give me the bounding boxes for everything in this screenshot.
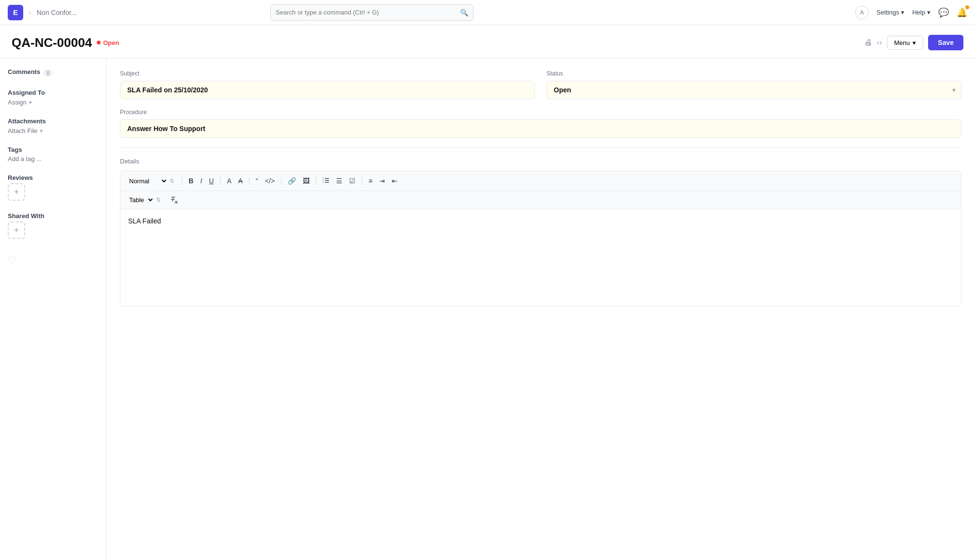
svg-text:3.: 3. (323, 181, 324, 183)
tags-label: Tags (8, 146, 98, 153)
reviews-label: Reviews (8, 174, 98, 181)
main-layout: Comments 0 Assigned To Assign + Attachme… (0, 59, 975, 560)
table-select-group: Table ⇅ (125, 195, 161, 205)
breadcrumb-chevron: › (29, 9, 31, 16)
status-field-group: Status Open Closed In Progress Resolved … (547, 70, 961, 99)
indent-button[interactable]: ⇥ (377, 176, 387, 186)
subject-input[interactable] (120, 81, 535, 99)
open-status-badge: Open (97, 39, 119, 46)
sidebar-comments-section: Comments 0 (8, 68, 98, 77)
table-arrows-icon: ⇅ (156, 197, 161, 203)
page-title-group: QA-NC-00004 Open (12, 35, 119, 50)
search-box[interactable]: 🔍 (270, 4, 473, 21)
main-content: Subject Status Open Closed In Progress R… (106, 59, 975, 560)
help-menu[interactable]: Help ▾ (912, 9, 931, 16)
toolbar-separator-2 (220, 177, 221, 185)
settings-menu[interactable]: Settings ▾ (876, 9, 904, 16)
underline-button[interactable]: U (207, 176, 216, 186)
blockquote-button[interactable]: " (253, 176, 261, 186)
search-icon: 🔍 (460, 9, 468, 16)
checklist-button[interactable]: ☑ (347, 176, 358, 186)
attach-plus-icon: + (39, 127, 43, 134)
procedure-row: Procedure (120, 109, 961, 138)
toolbar-separator-3 (249, 177, 250, 185)
subject-field-group: Subject (120, 70, 535, 99)
page-header: QA-NC-00004 Open 🖨 ‹ › Menu ▾ Save (0, 25, 975, 59)
add-shared-button[interactable]: + (8, 221, 25, 239)
table-style-select[interactable]: Table (125, 195, 154, 205)
procedure-field-group: Procedure (120, 109, 961, 138)
toolbar-separator-1 (182, 177, 182, 185)
breadcrumb: Non Confor... (37, 9, 77, 16)
subject-label: Subject (120, 70, 535, 77)
assign-plus-icon: + (29, 99, 32, 106)
paragraph-select-group: Normal Heading 1 Heading 2 ⇅ (125, 176, 174, 186)
comments-label: Comments (8, 68, 40, 75)
sidebar: Comments 0 Assigned To Assign + Attachme… (0, 59, 106, 560)
code-button[interactable]: </> (263, 176, 277, 186)
paragraph-style-select[interactable]: Normal Heading 1 Heading 2 (125, 176, 168, 186)
print-button[interactable]: 🖨 (864, 38, 872, 47)
sidebar-reviews-section: Reviews + (8, 174, 98, 201)
outdent-button[interactable]: ⇤ (389, 176, 400, 186)
comments-count: 0 (43, 69, 53, 77)
assign-link[interactable]: Assign + (8, 99, 32, 106)
status-select[interactable]: Open Closed In Progress Resolved (547, 81, 961, 99)
text-highlight-button[interactable]: A (236, 176, 245, 186)
italic-button[interactable]: I (198, 176, 205, 186)
page-title: QA-NC-00004 (12, 35, 92, 50)
save-button[interactable]: Save (928, 35, 963, 50)
sidebar-assigned-section: Assigned To Assign + (8, 89, 98, 106)
help-chevron-icon: ▾ (927, 9, 931, 16)
toolbar-separator-5 (316, 177, 316, 185)
menu-chevron-icon: ▾ (913, 39, 916, 46)
attach-file-link[interactable]: Attach File + (8, 127, 43, 134)
status-dot (97, 41, 101, 44)
bold-button[interactable]: B (186, 176, 196, 186)
editor-toolbar-row2: Table ⇅ Tx (120, 191, 961, 209)
paragraph-arrows-icon: ⇅ (170, 178, 174, 184)
nav-right-actions: A Settings ▾ Help ▾ 💬 🔔 (855, 6, 967, 19)
toolbar-separator-6 (362, 177, 362, 185)
sidebar-tags-section: Tags Add a tag ... (8, 146, 98, 162)
editor-toolbar-row1: Normal Heading 1 Heading 2 ⇅ B I U A A " (120, 171, 961, 191)
ordered-list-button[interactable]: 1.2.3. (320, 175, 332, 187)
image-button[interactable]: 🖼 (300, 176, 312, 186)
clear-formatting-button[interactable]: Tx (168, 194, 180, 206)
shared-with-label: Shared With (8, 212, 98, 220)
menu-button[interactable]: Menu ▾ (887, 36, 924, 50)
editor-content-area[interactable]: SLA Failed (120, 209, 961, 306)
attachments-label: Attachments (8, 118, 98, 125)
align-center-button[interactable]: ≡ (366, 176, 375, 186)
toolbar-separator-4 (281, 177, 281, 185)
next-button[interactable]: › (879, 38, 882, 47)
notifications-icon[interactable]: 🔔 (957, 7, 967, 18)
link-button[interactable]: 🔗 (285, 176, 298, 186)
sidebar-shared-section: Shared With + (8, 212, 98, 239)
search-input[interactable] (276, 9, 456, 16)
avatar[interactable]: A (855, 6, 869, 19)
rich-text-editor: Normal Heading 1 Heading 2 ⇅ B I U A A " (120, 171, 961, 307)
notification-badge (965, 5, 969, 9)
add-tag-link[interactable]: Add a tag ... (8, 155, 98, 162)
page-actions: 🖨 ‹ › Menu ▾ Save (864, 35, 963, 50)
favorite-heart-icon[interactable]: ♡ (8, 254, 98, 266)
details-label: Details (120, 158, 961, 165)
messages-icon[interactable]: 💬 (938, 7, 949, 18)
procedure-input[interactable] (120, 119, 961, 138)
assigned-to-label: Assigned To (8, 89, 98, 96)
subject-status-row: Subject Status Open Closed In Progress R… (120, 70, 961, 99)
unordered-list-button[interactable]: ☰ (334, 176, 345, 186)
status-label: Status (547, 70, 961, 77)
status-select-wrapper: Open Closed In Progress Resolved ▾ (547, 81, 961, 99)
section-divider (120, 147, 961, 148)
text-color-button[interactable]: A (224, 176, 234, 186)
nav-prev-next: ‹ › (877, 38, 882, 47)
top-navigation: E › Non Confor... 🔍 A Settings ▾ Help ▾ … (0, 0, 975, 25)
procedure-label: Procedure (120, 109, 961, 116)
sidebar-attachments-section: Attachments Attach File + (8, 118, 98, 134)
settings-chevron-icon: ▾ (901, 9, 904, 16)
details-section: Details Normal Heading 1 Heading 2 ⇅ B I (120, 158, 961, 307)
add-review-button[interactable]: + (8, 183, 25, 201)
app-logo: E (8, 5, 23, 20)
